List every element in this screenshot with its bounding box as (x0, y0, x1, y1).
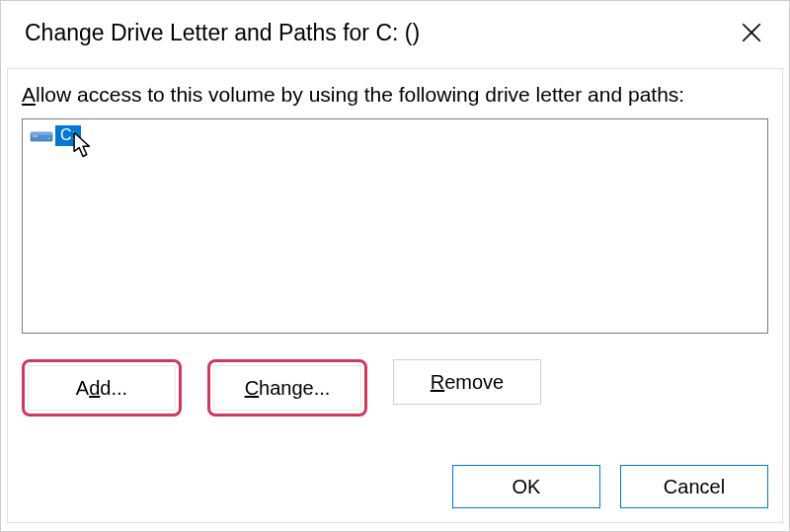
add-button[interactable]: Add... (28, 365, 176, 411)
drive-paths-listbox[interactable]: C: (22, 118, 768, 334)
close-icon (742, 23, 761, 42)
remove-after: emove (444, 371, 504, 394)
svg-point-5 (48, 137, 50, 139)
cancel-button[interactable]: Cancel (620, 465, 768, 508)
instruction-rest: llow access to this volume by using the … (36, 83, 684, 106)
dialog-button-row: OK Cancel (452, 465, 768, 508)
highlight-add: Add... (22, 359, 182, 417)
titlebar: Change Drive Letter and Paths for C: () (1, 1, 789, 68)
close-button[interactable] (732, 13, 771, 52)
add-before: A (76, 377, 89, 400)
dialog-body: Allow access to this volume by using the… (7, 68, 783, 523)
ok-button[interactable]: OK (452, 465, 600, 508)
drive-item-label: C: (55, 125, 81, 146)
add-mnemonic: d (89, 377, 100, 400)
highlight-change: Change... (207, 359, 367, 417)
change-after: hange... (259, 377, 330, 400)
action-button-row: Add... Change... Remove (22, 359, 768, 417)
add-after: d... (100, 377, 127, 400)
dialog-title: Change Drive Letter and Paths for C: () (25, 20, 420, 46)
change-button[interactable]: Change... (213, 365, 361, 411)
remove-button[interactable]: Remove (393, 359, 541, 405)
change-mnemonic: C (245, 377, 259, 400)
instruction-mnemonic: A (22, 83, 36, 106)
svg-rect-3 (31, 132, 52, 135)
drive-item-selected[interactable]: C: (27, 123, 84, 148)
remove-mnemonic: R (431, 371, 444, 394)
instruction-text: Allow access to this volume by using the… (22, 83, 768, 107)
svg-rect-4 (33, 135, 38, 137)
drive-icon (30, 126, 53, 146)
dialog-window: Change Drive Letter and Paths for C: () … (0, 0, 790, 532)
